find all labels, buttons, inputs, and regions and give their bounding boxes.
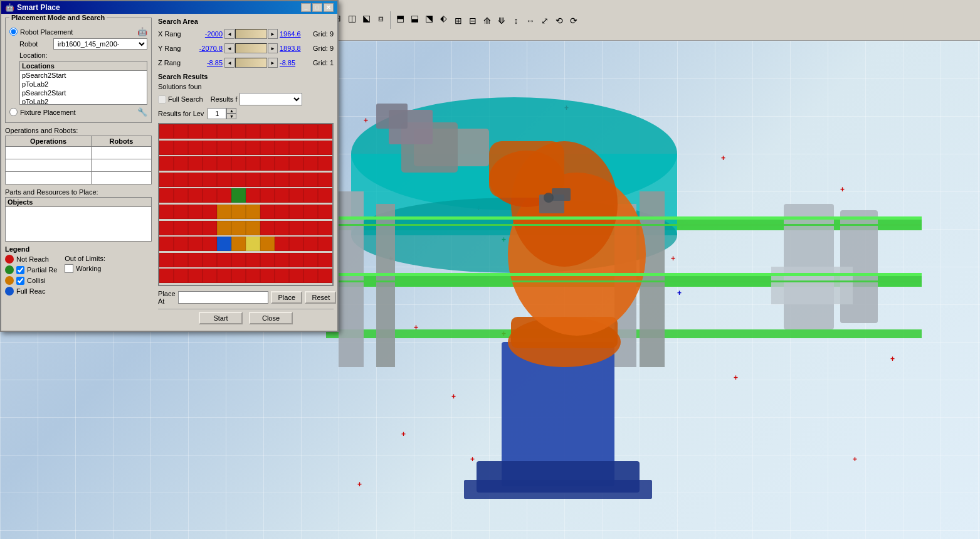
toolbar-icon-36[interactable]: ⤢ — [538, 14, 552, 28]
grid-cell[interactable] — [303, 173, 318, 187]
grid-cell[interactable] — [217, 124, 231, 139]
x-range-track[interactable] — [235, 29, 267, 39]
x-max-link[interactable]: 1964.6 — [280, 30, 311, 38]
grid-cell[interactable] — [275, 124, 289, 139]
grid-cell[interactable] — [231, 188, 246, 203]
grid-cell[interactable] — [188, 205, 203, 219]
grid-cell[interactable] — [231, 124, 246, 139]
grid-cell[interactable] — [174, 156, 188, 171]
grid-cell[interactable] — [303, 205, 318, 219]
location-item-4[interactable]: pToLab2 — [20, 97, 147, 105]
fixture-placement-radio[interactable] — [9, 108, 18, 116]
grid-cell[interactable] — [203, 237, 217, 251]
results-lev-input[interactable] — [208, 108, 226, 119]
grid-cell[interactable] — [275, 269, 289, 283]
grid-cell[interactable] — [188, 188, 203, 203]
grid-cell[interactable] — [246, 269, 260, 283]
grid-cell[interactable] — [275, 173, 289, 187]
grid-cell[interactable] — [303, 141, 318, 155]
close-button-bottom[interactable]: Close — [249, 312, 293, 324]
toolbar-icon-34[interactable]: ↕ — [509, 14, 523, 28]
location-item-3[interactable]: pSearch2Start — [20, 88, 147, 97]
grid-cell[interactable] — [275, 156, 289, 171]
grid-cell[interactable] — [174, 237, 188, 251]
grid-cell[interactable] — [217, 156, 231, 171]
dialog-titlebar[interactable]: 🤖 Smart Place _ □ ✕ — [1, 1, 337, 14]
toolbar-icon-32[interactable]: ⟰ — [480, 14, 494, 28]
grid-cell[interactable] — [188, 173, 203, 187]
grid-cell[interactable] — [188, 237, 203, 251]
grid-cell[interactable] — [188, 156, 203, 171]
grid-cell[interactable] — [246, 156, 260, 171]
x-min-link[interactable]: -2000 — [191, 30, 223, 38]
grid-cell[interactable] — [246, 237, 260, 251]
grid-cell[interactable] — [174, 173, 188, 187]
grid-cell[interactable] — [203, 173, 217, 187]
grid-cell[interactable] — [303, 156, 318, 171]
grid-cell[interactable] — [275, 141, 289, 155]
x-range-left-btn[interactable]: ◄ — [224, 29, 234, 39]
place-at-input[interactable] — [178, 291, 268, 304]
grid-cell[interactable] — [231, 269, 246, 283]
grid-cell[interactable] — [159, 205, 174, 219]
robot-placement-icon[interactable]: 🤖 — [137, 27, 147, 36]
toolbar-icon-31[interactable]: ⊟ — [466, 14, 480, 28]
grid-cell[interactable] — [275, 188, 289, 203]
toolbar-icon-37[interactable]: ⟲ — [552, 14, 566, 28]
grid-cell[interactable] — [260, 237, 275, 251]
grid-cell[interactable] — [275, 205, 289, 219]
grid-cell[interactable] — [203, 253, 217, 267]
grid-cell[interactable] — [318, 173, 332, 187]
grid-cell[interactable] — [246, 205, 260, 219]
grid-cell[interactable] — [188, 124, 203, 139]
grid-cell[interactable] — [318, 205, 332, 219]
grid-cell[interactable] — [203, 221, 217, 235]
grid-cell[interactable] — [289, 221, 303, 235]
grid-cell[interactable] — [159, 253, 174, 267]
grid-cell[interactable] — [174, 221, 188, 235]
grid-cell[interactable] — [303, 188, 318, 203]
grid-cell[interactable] — [246, 141, 260, 155]
grid-cell[interactable] — [289, 205, 303, 219]
grid-cell[interactable] — [318, 124, 332, 139]
grid-cell[interactable] — [246, 253, 260, 267]
grid-cell[interactable] — [217, 173, 231, 187]
grid-cell[interactable] — [159, 124, 174, 139]
y-min-link[interactable]: -2070.8 — [191, 45, 223, 52]
grid-cell[interactable] — [159, 156, 174, 171]
toolbar-icon-35[interactable]: ↔ — [524, 14, 537, 28]
grid-cell[interactable] — [203, 205, 217, 219]
collisi-checkbox[interactable] — [16, 277, 24, 285]
grid-cell[interactable] — [303, 237, 318, 251]
x-range-right-btn[interactable]: ► — [268, 29, 278, 39]
grid-cell[interactable] — [260, 188, 275, 203]
grid-cell[interactable] — [217, 269, 231, 283]
grid-cell[interactable] — [246, 173, 260, 187]
grid-cell[interactable] — [159, 237, 174, 251]
grid-cell[interactable] — [260, 156, 275, 171]
grid-cell[interactable] — [246, 221, 260, 235]
grid-cell[interactable] — [303, 124, 318, 139]
grid-cell[interactable] — [260, 221, 275, 235]
start-button[interactable]: Start — [199, 312, 243, 324]
minimize-button[interactable]: _ — [301, 3, 311, 12]
spinbox-down-button[interactable]: ▼ — [226, 114, 236, 119]
grid-cell[interactable] — [275, 237, 289, 251]
place-button[interactable]: Place — [271, 291, 302, 304]
grid-cell[interactable] — [318, 221, 332, 235]
grid-cell[interactable] — [289, 269, 303, 283]
grid-cell[interactable] — [289, 141, 303, 155]
grid-cell[interactable] — [217, 237, 231, 251]
z-max-link[interactable]: -8.85 — [280, 59, 311, 67]
grid-cell[interactable] — [174, 188, 188, 203]
grid-cell[interactable] — [318, 156, 332, 171]
grid-cell[interactable] — [188, 253, 203, 267]
grid-cell[interactable] — [174, 141, 188, 155]
grid-cell[interactable] — [246, 124, 260, 139]
grid-cell[interactable] — [174, 253, 188, 267]
grid-cell[interactable] — [289, 253, 303, 267]
toolbar-icon-30[interactable]: ⊞ — [451, 14, 465, 28]
grid-cell[interactable] — [203, 124, 217, 139]
reset-button[interactable]: Reset — [305, 291, 336, 304]
grid-cell[interactable] — [231, 237, 246, 251]
